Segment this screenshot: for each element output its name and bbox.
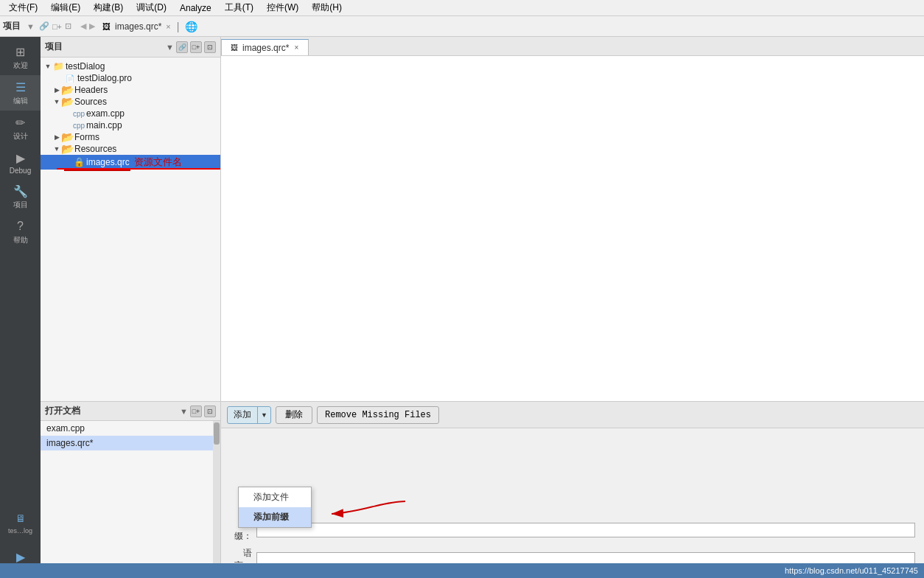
menu-build[interactable]: 构建(B)	[88, 0, 129, 15]
testlog-label: tes…log	[8, 527, 32, 535]
doc-item-exam-cpp[interactable]: exam.cpp	[41, 421, 220, 436]
editor-tab-close[interactable]: ×	[166, 22, 170, 31]
sidebar-item-debug[interactable]: ▶ Debug	[0, 146, 41, 179]
tree-item-resources[interactable]: ▼ 📂 Resources	[41, 143, 220, 155]
add-dropdown-arrow[interactable]: ▼	[257, 406, 270, 424]
prefix-input[interactable]	[256, 523, 915, 537]
icon-headers: 📂	[61, 85, 73, 95]
open-docs-expand-btn[interactable]: □+	[190, 405, 202, 417]
content-area: 项目 ▼ 🔗 □+ ⊡ ▼ 📁 testDialog	[41, 37, 924, 578]
design-icon: ✏	[13, 115, 28, 130]
sidebar-item-testlog[interactable]: 🖥 tes…log	[0, 501, 41, 545]
open-docs-header: 打开文档 ▼ □+ ⊡	[41, 402, 220, 421]
label-sources: Sources	[74, 97, 107, 107]
sidebar-help-label: 帮助	[13, 235, 28, 246]
panel-close-btn[interactable]: ⊡	[204, 41, 216, 53]
sidebar-project-label: 项目	[13, 200, 28, 210]
tab-close-icon[interactable]: ×	[292, 43, 301, 52]
tree-item-forms[interactable]: ▶ 📂 Forms	[41, 131, 220, 143]
editor-content	[221, 56, 924, 401]
open-docs-settings-icon: ▼	[180, 407, 188, 416]
remove-missing-button[interactable]: Remove Missing Files	[317, 406, 439, 424]
tree-item-testdialog[interactable]: ▼ 📁 testDialog	[41, 60, 220, 72]
sidebar-debug-label: Debug	[10, 167, 31, 175]
label-forms: Forms	[74, 132, 99, 142]
bottom-section: 打开文档 ▼ □+ ⊡ exam.cpp images.qrc*	[41, 401, 924, 578]
doc-item-images-qrc[interactable]: images.qrc*	[41, 436, 220, 450]
resource-toolbar: 添加 ▼ 删除 Remove Missing Files	[221, 402, 924, 428]
label-exam-cpp: exam.cpp	[86, 108, 125, 119]
debug2-icon: ▶	[13, 549, 28, 564]
sidebar-edit-label: 编辑	[13, 96, 28, 106]
debug-icon: ▶	[13, 150, 28, 165]
scrollbar-open-docs[interactable]	[213, 421, 220, 578]
welcome-icon: ⊞	[13, 44, 28, 59]
arrow-headers: ▶	[52, 85, 61, 95]
dropdown-add-file[interactable]: 添加文件	[239, 487, 311, 507]
sidebar-item-project[interactable]: 🔧 项目	[0, 179, 41, 215]
tab-images-qrc-label: images.qrc*	[242, 43, 289, 53]
label-main-cpp: main.cpp	[86, 120, 122, 130]
sidebar-item-design[interactable]: ✏ 设计	[0, 111, 41, 146]
tree-item-headers[interactable]: ▶ 📂 Headers	[41, 84, 220, 96]
project-panel: 项目 ▼ 🔗 □+ ⊡ ▼ 📁 testDialog	[41, 37, 221, 401]
top-section: 项目 ▼ 🔗 □+ ⊡ ▼ 📁 testDialog	[41, 37, 924, 401]
menu-file[interactable]: 文件(F)	[3, 0, 43, 15]
project-tree: ▼ 📁 testDialog ▶ 📄 testDialog.pro ▶ 📂	[41, 58, 220, 401]
tab-separator: |	[177, 21, 180, 32]
editor-area: 🖼 images.qrc* ×	[221, 37, 924, 401]
sidebar-item-edit[interactable]: ☰ 编辑	[0, 75, 41, 111]
project-panel-actions: ▼ 🔗 □+ ⊡	[166, 41, 216, 53]
label-images-qrc: images.qrc	[86, 157, 130, 167]
tree-item-exam-cpp[interactable]: ▶ cpp exam.cpp	[41, 108, 220, 119]
open-docs-title: 打开文档	[45, 405, 80, 417]
editor-tab-images-qrc[interactable]: 🖼 images.qrc* ×	[221, 39, 309, 55]
menu-debug[interactable]: 调试(D)	[130, 0, 172, 15]
label-resources: Resources	[74, 144, 116, 154]
dropdown-menu: 添加文件 添加前缀	[238, 487, 312, 528]
label-testdialog: testDialog	[66, 61, 105, 72]
tab-qrc-icon: 🖼	[229, 43, 239, 53]
tree-item-main-cpp[interactable]: ▶ cpp main.cpp	[41, 119, 220, 131]
remove-missing-label: Remove Missing Files	[325, 410, 431, 420]
project-panel-title: 项目	[45, 41, 63, 53]
icon-main-cpp: cpp	[73, 120, 85, 130]
menu-help[interactable]: 帮助(H)	[306, 0, 348, 15]
sidebar-item-welcome[interactable]: ⊞ 欢迎	[0, 40, 41, 75]
arrow-forms: ▶	[52, 132, 61, 142]
icon-sources: 📂	[61, 97, 73, 107]
sidebar-welcome-label: 欢迎	[13, 60, 28, 71]
sidebar-design-label: 设计	[13, 131, 28, 142]
editor-tab-label[interactable]: images.qrc*	[115, 21, 161, 32]
tree-item-sources[interactable]: ▼ 📂 Sources	[41, 96, 220, 108]
delete-button[interactable]: 删除	[276, 406, 312, 424]
open-docs-list: exam.cpp images.qrc*	[41, 421, 220, 578]
editor-tabs: 🖼 images.qrc* ×	[221, 37, 924, 56]
menu-analyze[interactable]: Analyze	[174, 1, 217, 15]
icon-resources: 📂	[61, 144, 73, 154]
arrow-resources: ▼	[52, 144, 61, 154]
browser-icon: 🌐	[185, 21, 197, 32]
annotation-resource-name: 资源文件名	[134, 156, 182, 169]
sidebar-item-help[interactable]: ? 帮助	[0, 215, 41, 250]
delete-button-label: 删除	[285, 408, 303, 421]
menu-edit[interactable]: 编辑(E)	[45, 0, 86, 15]
tree-item-testdialog-pro[interactable]: ▶ 📄 testDialog.pro	[41, 72, 220, 84]
menu-controls[interactable]: 控件(W)	[261, 0, 304, 15]
panel-link-btn[interactable]: 🔗	[176, 41, 188, 53]
icon-images-qrc: 🔒	[73, 157, 85, 167]
open-docs-panel: 打开文档 ▼ □+ ⊡ exam.cpp images.qrc*	[41, 402, 221, 578]
label-testdialog-pro: testDialog.pro	[77, 73, 132, 83]
menubar: 文件(F) 编辑(E) 构建(B) 调试(D) Analyze 工具(T) 控件…	[0, 0, 924, 16]
icon-forms: 📂	[61, 132, 73, 142]
status-text: https://blog.csdn.net/u011_45217745	[785, 566, 918, 575]
open-docs-close-btn[interactable]: ⊡	[204, 405, 216, 417]
tree-item-images-qrc[interactable]: ▶ 🔒 images.qrc 资源文件名	[41, 155, 220, 170]
dropdown-add-prefix[interactable]: 添加前缀	[239, 507, 311, 527]
icon-exam-cpp: cpp	[73, 108, 85, 119]
panel-add-btn[interactable]: □+	[190, 41, 202, 53]
sidebar: ⊞ 欢迎 ☰ 编辑 ✏ 设计 ▶ Debug 🔧 项目 ? 帮助 🖥 tes…l…	[0, 37, 41, 578]
project-label: 项目	[3, 20, 21, 32]
menu-tools[interactable]: 工具(T)	[219, 0, 259, 15]
add-button[interactable]: 添加 ▼	[227, 406, 271, 424]
